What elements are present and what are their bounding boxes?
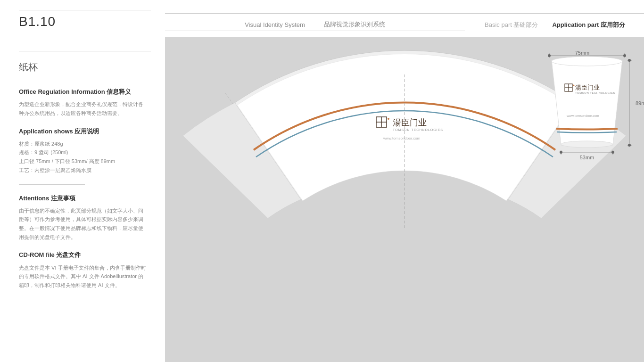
section2-body: 材质：原浆纸 248g 规格：9 盎司 (250ml) 上口径 75mm / 下…	[19, 140, 146, 175]
svg-point-5	[388, 118, 389, 120]
svg-point-26	[611, 151, 614, 154]
svg-text:89mm: 89mm	[636, 100, 644, 106]
section-divider	[19, 184, 85, 185]
section3-body: 由于信息的不确定性，此页部分规范（如文字大小、间距等）可作为参考使用，具体可根据…	[19, 206, 146, 242]
svg-point-14	[623, 54, 626, 57]
header-divider-line	[19, 10, 151, 10]
visual-identity-label: Visual Identity System	[245, 21, 305, 28]
svg-text:www.tomsondoor.com: www.tomsondoor.com	[383, 136, 421, 140]
section1-heading: Office Regulation Information 信息释义	[19, 88, 146, 96]
cup-diagram-svg: 湯臣门业 TOMSON TECHNOLOGIES www.tomsondoor.…	[165, 37, 644, 362]
header: B1.10 Visual Identity System 品牌视觉形象识别系统 …	[0, 0, 644, 37]
svg-point-20	[628, 144, 631, 147]
section4-body: 光盘文件是本 VI 手册电子文件的集合，内含手册制作时的专用软件格式文件。其中 …	[19, 263, 146, 290]
app-part-label: Application part 应用部分	[552, 21, 625, 29]
section1-body: 为塑造企业新形象，配合企业商务礼仪规范，特设计各种办公系统用品，以适应各种商务活…	[19, 100, 146, 117]
svg-text:75mm: 75mm	[575, 50, 590, 56]
section3-heading: Attentions 注意事项	[19, 194, 146, 203]
svg-point-27	[552, 57, 622, 66]
header-center: Visual Identity System 品牌视觉形象识别系统	[165, 11, 465, 31]
svg-point-32	[573, 85, 575, 86]
left-panel: 纸杯 Office Regulation Information 信息释义 为塑…	[0, 37, 165, 362]
section-title-cn: 纸杯	[19, 61, 146, 74]
page-number: B1.10	[19, 14, 56, 29]
main-content: 湯臣门业 TOMSON TECHNOLOGIES www.tomsondoor.…	[165, 37, 644, 362]
svg-text:TOMSON TECHNOLOGIES: TOMSON TECHNOLOGIES	[393, 128, 443, 132]
brand-cn-label: 品牌视觉形象识别系统	[324, 20, 385, 29]
svg-point-19	[628, 59, 631, 62]
svg-text:TOMSON TECHNOLOGIES: TOMSON TECHNOLOGIES	[575, 91, 615, 94]
svg-point-13	[548, 54, 551, 57]
svg-point-28	[561, 141, 613, 148]
svg-text:湯臣门业: 湯臣门业	[575, 84, 600, 91]
svg-text:53mm: 53mm	[580, 155, 594, 160]
svg-point-25	[560, 151, 562, 154]
svg-text:湯臣门业: 湯臣门业	[393, 118, 427, 127]
svg-text:www.tomsondoor.com: www.tomsondoor.com	[566, 114, 599, 117]
basic-part-label: Basic part 基础部分	[485, 21, 538, 29]
header-left: B1.10	[0, 10, 165, 31]
header-right: Basic part 基础部分 Application part 应用部分	[465, 21, 644, 31]
section2-heading: Application shows 应用说明	[19, 127, 146, 136]
section4-heading: CD-ROM file 光盘文件	[19, 251, 146, 259]
left-panel-top-line	[19, 51, 151, 51]
